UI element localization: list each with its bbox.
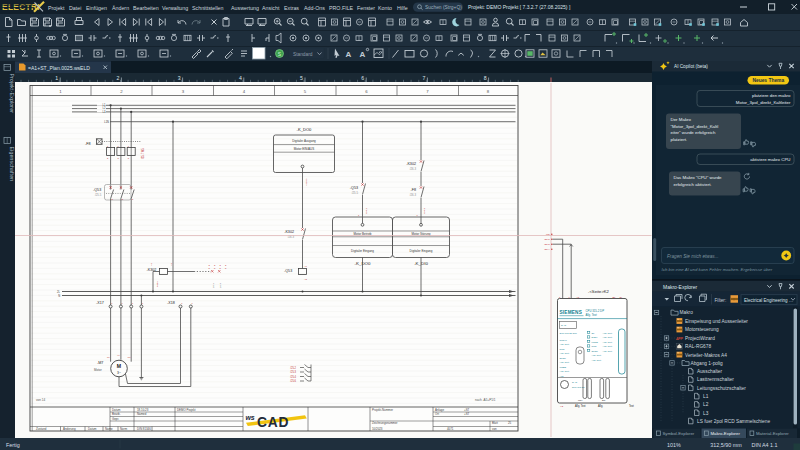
svg-text:/25.3: /25.3 [544,243,550,246]
svg-text:ProjectWizard: ProjectWizard [685,336,715,341]
svg-text:Motorsteuerung: Motorsteuerung [685,327,719,332]
svg-text:Allg.: Allg. [560,375,565,377]
svg-text:ws: ws [246,414,255,421]
svg-text:Projekt: Projekt [48,5,65,11]
svg-text:N: N [58,294,60,298]
svg-text:A: A [346,50,352,59]
svg-text:L2: L2 [703,402,709,407]
svg-text:Norm: Norm [120,427,128,431]
svg-text:Symbol-Explorer: Symbol-Explorer [663,431,695,436]
svg-text:/25.6: /25.6 [290,379,296,383]
svg-text:25: 25 [508,421,512,425]
svg-text:Abgang 1-polig: Abgang 1-polig [691,361,724,366]
svg-text:124.2: 124.2 [423,207,426,214]
svg-text:Allg. Text: Allg. Text [586,313,598,317]
svg-text:Projekt-Nummer: Projekt-Nummer [372,408,393,412]
svg-text:Allg. Text: Allg. Text [560,343,570,345]
svg-text:4071: 4071 [447,427,454,431]
svg-text:3: 3 [178,75,181,81]
svg-text:18.10.23: 18.10.23 [137,408,149,412]
svg-text:Motor_3pol_direkt_Kaltleiter: Motor_3pol_direkt_Kaltleiter [736,100,791,105]
svg-text:Gepr.: Gepr. [112,417,119,421]
svg-text:Makro-Explorer: Makro-Explorer [711,431,741,436]
svg-text:SIEMENS: SIEMENS [560,310,583,315]
svg-text:nach -A5+P1/1: nach -A5+P1/1 [475,398,496,402]
svg-text:Standard: Standard [293,52,313,57]
svg-text:124.1: 124.1 [365,207,368,214]
svg-text:!: ! [733,297,734,302]
svg-text:Filter:: Filter: [715,298,727,303]
svg-text:Projekt: DEMO Projekt [ 7.3.2: Projekt: DEMO Projekt [ 7.3.2.7 (27.08.2… [468,4,571,10]
svg-text:STOP: STOP [560,357,567,359]
svg-text:Schnittstellen: Schnittstellen [192,5,224,11]
svg-text:+ST: +ST [464,412,470,416]
svg-text:Suchen (Strg+Q): Suchen (Strg+Q) [425,5,462,10]
svg-text:erfolgreich aktiviert.: erfolgreich aktiviert. [674,182,712,187]
svg-text:Zustand: Zustand [36,427,47,431]
svg-text:5: 5 [300,75,303,81]
svg-text:Einfügen: Einfügen [86,5,107,11]
svg-text:25.1: 25.1 [212,283,215,288]
svg-text:Leitungsschutzschalter: Leitungsschutzschalter [697,386,746,391]
svg-text:Fenster: Fenster [357,5,375,11]
svg-text:Der Makro: Der Makro [671,117,692,122]
svg-text:DP: DP [602,399,606,402]
svg-text:6: 6 [361,75,364,81]
svg-text:"Motor_3pol_direkt_Kaltl: "Motor_3pol_direkt_Kaltl [671,124,719,129]
svg-text:AI Copilot (beta): AI Copilot (beta) [674,64,708,69]
svg-text:APP: APP [675,337,683,341]
svg-text:Neues Thema: Neues Thema [752,78,784,83]
svg-text:Name: Name [105,427,113,431]
svg-text:312,5/90 mm: 312,5/90 mm [710,442,742,448]
svg-text:Allg. Text: Allg. Text [603,332,613,334]
svg-text:Allg. Text: Allg. Text [603,336,613,338]
svg-text:Allg. Text: Allg. Text [592,354,602,356]
svg-text:LS fuer 2pol RCD Sammelschiene: LS fuer 2pol RCD Sammelschiene [697,419,770,424]
svg-text:A124.0: A124.0 [305,178,308,186]
svg-text:-X17: -X17 [96,301,104,305]
svg-text:/25.5: /25.5 [352,191,359,195]
svg-text:Lasttrennschalter: Lasttrennschalter [697,377,734,382]
svg-text:-K302: -K302 [406,162,416,166]
svg-text:Fragen Sie mich etwas...: Fragen Sie mich etwas... [667,254,719,259]
svg-text:platziere den makro: platziere den makro [752,93,791,98]
svg-text:Fertig: Fertig [6,442,20,448]
svg-text:Ich bin eine AI und kann Fehle: Ich bin eine AI und kann Fehler machen. … [662,267,773,272]
svg-text:400V: 400V [156,281,159,287]
svg-text:-Q53: -Q53 [93,188,101,192]
svg-text:-Q53: -Q53 [350,186,358,190]
svg-text:DIN A4 1.1: DIN A4 1.1 [752,442,778,448]
svg-text:Allg. Text: Allg. Text [603,350,613,352]
svg-text:3~: 3~ [117,371,121,375]
svg-text:STOP: STOP [592,350,599,352]
svg-text:-K_DO0: -K_DO0 [297,127,313,132]
svg-text:Motor EIN/AUS: Motor EIN/AUS [294,147,315,151]
svg-text:platziert.: platziert. [671,137,688,142]
svg-text:/25.2: /25.2 [290,366,296,370]
svg-text:/25.2: /25.2 [544,238,550,241]
svg-text:/25.7 M5: /25.7 M5 [141,148,145,159]
svg-text:1: 1 [55,75,58,81]
svg-text:-M5: -M5 [545,233,550,236]
svg-text:Datei: Datei [69,5,81,11]
svg-text:10/2023: 10/2023 [372,427,383,431]
svg-text:+ST: +ST [464,408,470,412]
svg-text:Bearb.: Bearb. [112,412,121,416]
svg-text:Ansicht: Ansicht [262,5,280,11]
svg-text:von 14: von 14 [36,398,46,402]
svg-text:PRO.FILE: PRO.FILE [329,5,354,11]
svg-text:DIN 81346: DIN 81346 [137,427,151,431]
svg-text:Auswertung: Auswertung [231,5,259,11]
svg-text:L1N: L1N [104,120,109,124]
svg-text:Blatt: Blatt [492,421,498,425]
svg-text:Makro: Makro [680,310,694,315]
svg-text:-F8: -F8 [410,188,416,192]
svg-text:Datum: Datum [88,427,97,431]
svg-text:Allg. Text: Allg. Text [560,361,570,363]
svg-text:-X18: -X18 [167,301,175,305]
svg-text:Projekt-Explorer: Projekt-Explorer [9,74,15,114]
svg-text:Allg.: Allg. [598,404,603,408]
svg-text:Allg. Text: Allg. Text [603,345,613,347]
svg-text:Verteiler-Makros A4: Verteiler-Makros A4 [685,353,727,358]
svg-text:25.7: 25.7 [219,283,222,288]
